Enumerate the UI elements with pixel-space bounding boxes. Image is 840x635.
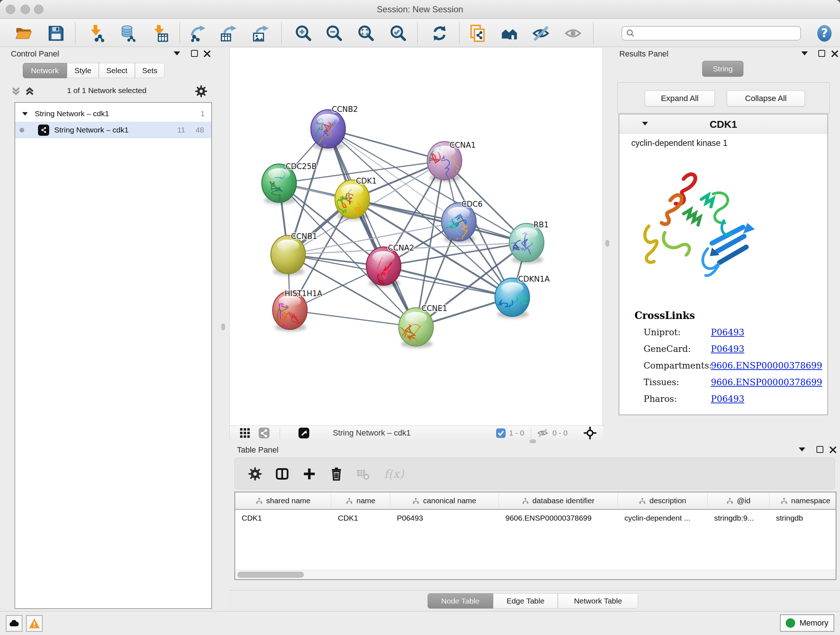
- bottom-splitter-handle[interactable]: [530, 440, 536, 443]
- expand-all-icon[interactable]: [25, 86, 35, 96]
- cloud-status-button[interactable]: [6, 615, 22, 632]
- table-cell[interactable]: stringdb: [769, 510, 836, 526]
- table-cell[interactable]: CDK1: [332, 510, 390, 526]
- column-header-description[interactable]: description: [618, 492, 707, 509]
- export-network-button[interactable]: [188, 24, 208, 43]
- delete-column-button[interactable]: [328, 466, 344, 482]
- zoom-out-button[interactable]: [324, 24, 344, 43]
- node-CDK1[interactable]: CDK1: [335, 177, 377, 225]
- tab-node-table[interactable]: Node Table: [428, 593, 493, 608]
- network-canvas[interactable]: CCNB2CCNA1CDC25BCDK1CDC6RB1CCNB1CCNA2CDK…: [230, 48, 603, 425]
- birdseye-grid-button[interactable]: [239, 426, 251, 440]
- column-header-namespace[interactable]: namespace: [769, 492, 836, 509]
- table-horizontal-scrollbar[interactable]: [235, 570, 836, 579]
- warnings-button[interactable]: [26, 615, 43, 632]
- node-CCNA1[interactable]: CCNA1: [413, 141, 476, 184]
- tab-network[interactable]: Network: [23, 63, 67, 78]
- network-collection-row[interactable]: String Network – cdk1 1: [15, 106, 211, 122]
- node-CCNE1[interactable]: CCNE1: [391, 304, 447, 348]
- collapse-all-icon[interactable]: [11, 86, 21, 96]
- network-type-button[interactable]: [258, 426, 270, 440]
- table-panel-float-button[interactable]: [816, 446, 823, 453]
- scrollbar-thumb[interactable]: [237, 572, 304, 578]
- gear-icon[interactable]: [195, 85, 208, 98]
- table-row[interactable]: CDK1CDK1P064939606.ENSP00000378699cyclin…: [235, 510, 836, 526]
- table-settings-button[interactable]: [247, 466, 263, 482]
- table-cell[interactable]: CDK1: [235, 510, 332, 526]
- column-header-name[interactable]: name: [332, 492, 390, 509]
- apply-layout-button[interactable]: [430, 24, 449, 43]
- column-header-canonical-name[interactable]: canonical name: [390, 492, 499, 509]
- show-all-button[interactable]: [563, 24, 583, 43]
- search-input[interactable]: [635, 29, 791, 38]
- node-table: shared namenamecanonical namedatabase id…: [234, 492, 836, 580]
- control-panel-float-button[interactable]: [191, 50, 198, 57]
- results-panel-menu-button[interactable]: [801, 51, 808, 55]
- node-CDC6[interactable]: CDC6: [436, 200, 483, 243]
- memory-button[interactable]: Memory: [780, 614, 834, 632]
- column-header-@id[interactable]: @id: [707, 492, 769, 509]
- edge-CDK1-RB1[interactable]: [352, 199, 527, 242]
- expand-all-button[interactable]: Expand All: [645, 90, 715, 106]
- clone-network-button[interactable]: [468, 24, 487, 43]
- control-panel-menu-button[interactable]: [174, 51, 180, 55]
- crosslink-link[interactable]: P06493: [711, 327, 745, 337]
- tab-string[interactable]: String: [702, 61, 744, 77]
- node-CCNA2[interactable]: CCNA2: [366, 244, 414, 287]
- first-neighbors-button[interactable]: [500, 24, 519, 43]
- tab-select[interactable]: Select: [99, 63, 135, 78]
- column-header-shared-name[interactable]: shared name: [235, 492, 332, 509]
- table-cell[interactable]: P06493: [390, 510, 499, 526]
- tab-style[interactable]: Style: [67, 63, 99, 78]
- network-view-toolbar: String Network – cdk1 1 - 0 0 - 0: [230, 425, 603, 440]
- save-session-button[interactable]: [46, 24, 66, 43]
- gene-section-header[interactable]: CDK1: [619, 114, 827, 134]
- collapse-all-button[interactable]: Collapse All: [727, 90, 805, 106]
- open-session-button[interactable]: [14, 24, 34, 43]
- tab-edge-table[interactable]: Edge Table: [493, 593, 558, 608]
- open-in-window-button[interactable]: [298, 426, 310, 440]
- zoom-fit-button[interactable]: [356, 24, 376, 43]
- edge-HIST1H1A-CCNE1[interactable]: [290, 310, 416, 327]
- tab-sets[interactable]: Sets: [135, 63, 164, 78]
- crosslink-link[interactable]: P06493: [711, 344, 745, 354]
- column-header-database-identifier[interactable]: database identifier: [499, 492, 618, 509]
- fit-target-button[interactable]: [584, 426, 597, 440]
- current-network-dot-icon: [19, 128, 24, 133]
- crosslink-link[interactable]: P06493: [711, 394, 745, 404]
- export-table-button[interactable]: [219, 24, 239, 43]
- results-panel-float-button[interactable]: [818, 50, 825, 57]
- export-image-button[interactable]: [251, 24, 271, 43]
- left-splitter-handle[interactable]: [221, 324, 225, 330]
- table-cell[interactable]: stringdb:9...: [707, 510, 769, 526]
- zoom-selected-button[interactable]: [388, 24, 408, 43]
- hide-selected-button[interactable]: [531, 24, 551, 43]
- right-splitter-handle[interactable]: [606, 240, 609, 247]
- table-cell[interactable]: 9606.ENSP00000378699: [499, 510, 618, 526]
- crosslink-link[interactable]: 9606.ENSP00000378699: [711, 361, 822, 371]
- table-cell[interactable]: cyclin-dependent ...: [618, 510, 707, 526]
- import-network-database-button[interactable]: [118, 24, 137, 43]
- help-button[interactable]: ?: [815, 24, 834, 43]
- tree-expander-icon[interactable]: [22, 112, 27, 115]
- selected-counts: 1 - 0: [509, 426, 524, 440]
- show-columns-button[interactable]: [274, 466, 290, 482]
- zoom-in-button[interactable]: [294, 24, 313, 43]
- results-panel-close-button[interactable]: [831, 50, 838, 57]
- crosslink-link[interactable]: 9606.ENSP00000378699: [711, 377, 822, 387]
- network-row-selected[interactable]: String Network – cdk1 11 48: [15, 122, 211, 138]
- node-RB1[interactable]: RB1: [507, 220, 549, 264]
- edge-CCNB2-CCNE1[interactable]: [328, 129, 416, 327]
- node-CDC25B[interactable]: CDC25B: [262, 162, 317, 204]
- tab-network-table[interactable]: Network Table: [558, 593, 638, 608]
- crosslink-label: Tissues:: [644, 377, 679, 387]
- import-table-button[interactable]: [150, 24, 170, 43]
- table-panel-menu-button[interactable]: [799, 448, 805, 451]
- add-column-button[interactable]: [302, 466, 317, 482]
- node-HIST1H1A[interactable]: HIST1H1A: [273, 289, 323, 333]
- control-panel-close-button[interactable]: [203, 50, 211, 57]
- node-CCNB2[interactable]: CCNB2: [311, 105, 358, 150]
- import-network-button[interactable]: [87, 24, 106, 43]
- selected-checkbox[interactable]: [496, 426, 506, 440]
- table-panel-close-button[interactable]: [829, 446, 837, 454]
